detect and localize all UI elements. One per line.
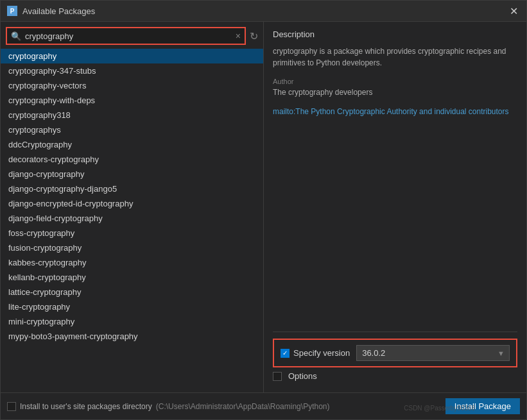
checkmark-icon: ✓ <box>282 350 288 357</box>
left-panel: 🔍 × ↻ cryptographycryptography-347-stubs… <box>1 22 264 392</box>
author-label: Author <box>273 78 517 85</box>
package-item[interactable]: mypy-boto3-payment-cryptography <box>1 329 263 344</box>
install-to-site-label: Install to user's site packages director… <box>20 402 152 411</box>
package-item[interactable]: lite-cryptography <box>1 299 263 314</box>
package-item[interactable]: foss-cryptography <box>1 226 263 240</box>
options-row: Options <box>273 367 517 385</box>
package-item[interactable]: django-field-cryptography <box>1 211 263 226</box>
bottom-controls: ✓ Specify version 36.0.236.0.136.0.035.0… <box>273 332 517 385</box>
package-item[interactable]: django-encrypted-id-cryptography <box>1 196 263 211</box>
package-item[interactable]: lattice-cryptography <box>1 285 263 299</box>
main-content: 🔍 × ↻ cryptographycryptography-347-stubs… <box>1 22 526 392</box>
package-item[interactable]: cryptography <box>1 49 263 63</box>
package-item[interactable]: ddcCryptography <box>1 137 263 152</box>
options-label: Options <box>288 371 317 381</box>
search-input-wrapper: 🔍 × <box>6 27 246 45</box>
author-link[interactable]: mailto:The Python Cryptographic Authorit… <box>273 106 517 117</box>
options-checkbox[interactable] <box>273 372 282 381</box>
search-clear-button[interactable]: × <box>236 31 241 41</box>
package-item[interactable]: kellanb-cryptography <box>1 270 263 285</box>
right-panel: Description cryptography is a package wh… <box>264 22 526 392</box>
search-icon: 🔍 <box>11 31 21 41</box>
dialog-title: Available Packages <box>22 6 95 16</box>
version-select-wrapper: 36.0.236.0.136.0.035.0.034.0.0 ▼ <box>356 345 510 361</box>
package-item[interactable]: django-cryptography-django5 <box>1 181 263 196</box>
package-item[interactable]: cryptography-with-deps <box>1 93 263 108</box>
app-icon: P <box>7 6 17 16</box>
close-button[interactable]: ✕ <box>507 4 520 17</box>
watermark: CSDN @Passerby90368 <box>404 405 475 412</box>
install-to-site-section: Install to user's site packages director… <box>7 402 330 411</box>
refresh-button[interactable]: ↻ <box>250 30 258 42</box>
package-item[interactable]: cryptographys <box>1 122 263 137</box>
search-input[interactable] <box>25 31 232 41</box>
version-select[interactable]: 36.0.236.0.136.0.035.0.034.0.0 <box>356 345 510 361</box>
package-item[interactable]: django-cryptography <box>1 167 263 181</box>
package-item[interactable]: mini-cryptography <box>1 314 263 329</box>
package-item[interactable]: cryptography-vectors <box>1 78 263 93</box>
package-item[interactable]: cryptography318 <box>1 108 263 122</box>
site-packages-path: (C:\Users\Administrator\AppData\Roaming\… <box>156 402 330 411</box>
install-to-site-checkbox[interactable] <box>7 402 16 411</box>
title-bar: P Available Packages ✕ <box>1 1 526 22</box>
search-bar: 🔍 × ↻ <box>1 22 263 49</box>
title-bar-left: P Available Packages <box>7 6 95 16</box>
specify-version-checkbox-wrapper[interactable]: ✓ Specify version <box>281 348 350 358</box>
package-list: cryptographycryptography-347-stubscrypto… <box>1 49 263 392</box>
author-value: The cryptography developers <box>273 88 517 97</box>
package-item[interactable]: decorators-cryptography <box>1 152 263 167</box>
specify-version-row: ✓ Specify version 36.0.236.0.136.0.035.0… <box>273 339 517 367</box>
description-body: cryptography is a package which provides… <box>273 46 517 69</box>
specify-version-checkbox[interactable]: ✓ <box>281 349 289 358</box>
specify-version-label: Specify version <box>293 348 350 358</box>
available-packages-dialog: P Available Packages ✕ 🔍 × ↻ cryptograph… <box>0 0 527 420</box>
description-section-title: Description <box>273 29 517 39</box>
package-item[interactable]: cryptography-347-stubs <box>1 63 263 78</box>
package-item[interactable]: fusion-cryptography <box>1 240 263 255</box>
package-item[interactable]: kabbes-cryptography <box>1 255 263 270</box>
